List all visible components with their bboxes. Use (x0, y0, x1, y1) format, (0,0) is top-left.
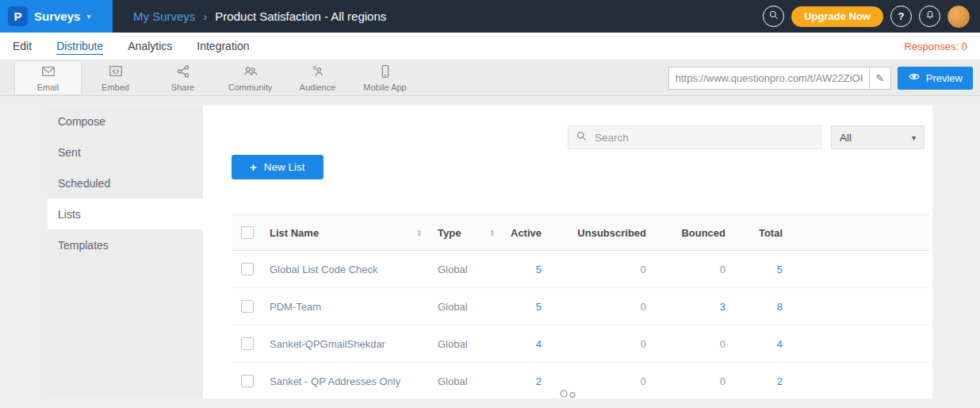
search-icon (576, 130, 587, 144)
total-count[interactable]: 2 (733, 363, 791, 399)
bounced-count: 0 (654, 363, 733, 399)
list-search-input[interactable] (593, 131, 813, 144)
active-count[interactable]: 5 (503, 251, 549, 288)
tool-share[interactable]: Share (149, 60, 216, 95)
tab-edit[interactable]: Edit (13, 40, 32, 52)
survey-url-input[interactable] (669, 72, 869, 84)
survey-nav: Edit Distribute Analytics Integration Re… (0, 33, 980, 60)
main-content: Compose Sent Scheduled Lists Templates A… (48, 106, 932, 398)
new-list-button[interactable]: + New List (232, 155, 323, 179)
svg-text:$: $ (312, 64, 316, 71)
contacts-group-icon (556, 388, 580, 398)
sidebar-item-sent[interactable]: Sent (48, 137, 203, 167)
pencil-icon: ✎ (875, 72, 884, 84)
mobile-app-icon (377, 64, 393, 81)
audience-icon: $ (310, 64, 326, 81)
chevron-down-icon: ▾ (86, 12, 90, 21)
unsubscribed-count: 0 (549, 251, 654, 288)
bounced-count: 0 (654, 251, 733, 288)
tool-mobile-app[interactable]: Mobile App (351, 60, 419, 95)
list-type: Global (430, 325, 503, 363)
edit-url-button[interactable]: ✎ (869, 67, 890, 89)
product-name: Surveys (34, 10, 80, 23)
upgrade-now-button[interactable]: Upgrade Now (791, 6, 883, 27)
sidebar-item-compose[interactable]: Compose (48, 106, 203, 137)
list-type: Global (430, 363, 503, 399)
tab-analytics[interactable]: Analytics (128, 40, 172, 52)
preview-button[interactable]: Preview (898, 67, 973, 90)
sort-list-name-icon[interactable]: ▲▼ (417, 229, 422, 237)
toolbar-right: ✎ Preview (668, 60, 980, 95)
share-icon (175, 64, 191, 81)
breadcrumb-my-surveys[interactable]: My Surveys (133, 10, 195, 23)
tool-audience[interactable]: $ Audience (284, 60, 351, 95)
col-header-type: Type (438, 227, 461, 239)
table-row: Global List Code Check Global 5 0 0 5 (232, 251, 929, 288)
active-count[interactable]: 4 (503, 325, 549, 363)
active-count[interactable]: 5 (503, 288, 549, 325)
col-header-list-name: List Name (270, 227, 319, 239)
lists-table: List Name ▲▼ Type ▲▼ Active Unsubscribed… (232, 214, 929, 398)
search-button[interactable] (763, 6, 784, 27)
tool-community[interactable]: Community (216, 60, 284, 95)
total-count[interactable]: 4 (733, 325, 791, 363)
tab-distribute[interactable]: Distribute (56, 40, 103, 52)
breadcrumb: My Surveys › Product Satisfaction - All … (133, 10, 386, 23)
row-checkbox[interactable] (241, 337, 254, 350)
table-header-row: List Name ▲▼ Type ▲▼ Active Unsubscribed… (232, 215, 929, 251)
help-button[interactable]: ? (890, 6, 912, 27)
list-name-link[interactable]: Global List Code Check (263, 251, 430, 288)
row-checkbox[interactable] (241, 375, 254, 387)
list-search-box (568, 125, 821, 149)
sidebar-item-templates[interactable]: Templates (48, 229, 203, 260)
col-header-total: Total (733, 215, 791, 251)
select-all-checkbox[interactable] (241, 226, 254, 239)
list-type-filter[interactable]: All ▾ (831, 125, 924, 149)
product-switcher[interactable]: P Surveys ▾ (0, 0, 113, 33)
list-filters: All ▾ (203, 106, 932, 149)
bounced-count[interactable]: 3 (654, 288, 733, 325)
unsubscribed-count: 0 (549, 288, 654, 325)
total-count[interactable]: 5 (733, 251, 791, 288)
plus-icon: + (250, 160, 257, 174)
search-icon (768, 10, 779, 23)
tool-embed[interactable]: Embed (82, 60, 149, 95)
col-header-unsubscribed: Unsubscribed (549, 215, 654, 251)
row-checkbox[interactable] (241, 263, 254, 275)
sort-type-icon[interactable]: ▲▼ (490, 229, 495, 237)
user-avatar[interactable] (947, 6, 970, 28)
breadcrumb-separator: › (203, 10, 207, 23)
top-header: P Surveys ▾ My Surveys › Product Satisfa… (0, 0, 980, 33)
table-row: Sanket-QPGmailShekdar Global 4 0 0 4 (232, 325, 929, 363)
embed-icon (108, 64, 124, 81)
list-type: Global (430, 251, 503, 288)
sidebar-item-scheduled[interactable]: Scheduled (48, 167, 203, 198)
list-name-link[interactable]: Sanket-QPGmailShekdar (263, 325, 430, 363)
tab-integration[interactable]: Integration (197, 40, 249, 52)
chevron-down-icon: ▾ (912, 133, 916, 142)
responses-count: Responses: 0 (905, 40, 968, 52)
bounced-count: 0 (654, 325, 733, 363)
list-name-link[interactable]: PDM-Team (263, 288, 430, 325)
row-checkbox[interactable] (241, 300, 254, 313)
bell-icon (924, 10, 936, 23)
table-row: Sanket - QP Addresses Only Global 2 0 0 … (232, 363, 929, 399)
email-sidebar: Compose Sent Scheduled Lists Templates (48, 106, 203, 398)
help-icon: ? (898, 10, 905, 22)
lists-panel: All ▾ + New List List Name ▲▼ (203, 106, 932, 398)
total-count[interactable]: 8 (733, 288, 791, 325)
header-actions: Upgrade Now ? (763, 6, 980, 28)
notifications-button[interactable] (919, 6, 940, 27)
col-header-active: Active (503, 215, 549, 251)
active-count[interactable]: 2 (503, 363, 549, 399)
unsubscribed-count: 0 (549, 325, 654, 363)
tool-email[interactable]: Email (14, 60, 82, 95)
eye-icon (908, 71, 921, 84)
table-row: PDM-Team Global 5 0 3 8 (232, 288, 929, 325)
survey-title: Product Satisfaction - All regions (215, 10, 386, 23)
community-icon (243, 64, 258, 81)
list-name-link[interactable]: Sanket - QP Addresses Only (263, 363, 430, 399)
distribute-toolbar: Email Embed Share Community $ Audience M… (0, 60, 980, 96)
email-icon (40, 64, 56, 81)
sidebar-item-lists[interactable]: Lists (48, 198, 203, 229)
